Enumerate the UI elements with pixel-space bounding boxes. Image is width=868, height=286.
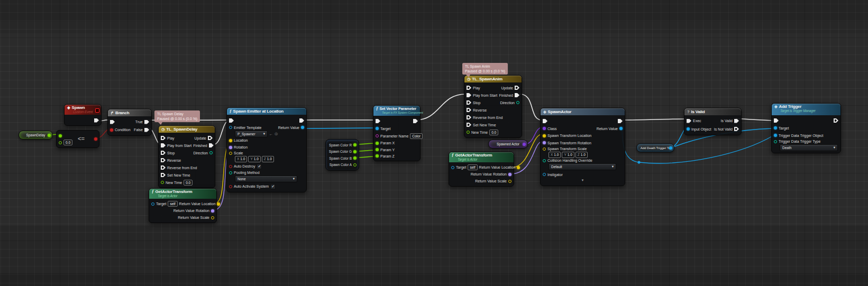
- exec-in-pin[interactable]: [376, 119, 380, 123]
- expand-node-caret[interactable]: ▼: [541, 179, 625, 182]
- param-z-pin[interactable]: [376, 154, 379, 158]
- color-a-out-pin[interactable]: [353, 163, 357, 167]
- auto-destroy-pin[interactable]: [229, 165, 232, 168]
- spawn-location-pin[interactable]: [543, 134, 546, 137]
- exec-in-pin[interactable]: [774, 118, 779, 123]
- var-spawned-actor[interactable]: Spawned Actor: [488, 140, 528, 149]
- blueprint-graph-canvas[interactable]: ◈ Spawn Custom Event SpawnDelay 0.0 <= ↱…: [0, 0, 868, 286]
- exec-in-pin[interactable]: [229, 118, 234, 123]
- rotation-in-pin[interactable]: [229, 146, 232, 149]
- exec-in-playfromstart-pin[interactable]: [161, 143, 166, 147]
- newtime-in-pin[interactable]: [161, 181, 164, 184]
- pooling-method-pin[interactable]: [229, 171, 232, 174]
- color-r-out-pin[interactable]: [353, 143, 357, 146]
- parameter-name-box[interactable]: Color: [410, 133, 423, 139]
- condition-pin[interactable]: [110, 128, 113, 132]
- trigger-type-pin[interactable]: [774, 140, 777, 143]
- node-spawn-event[interactable]: ◈ Spawn Custom Event: [64, 104, 102, 126]
- value-box[interactable]: 0.0: [489, 130, 498, 135]
- color-b-out-pin[interactable]: [353, 156, 357, 160]
- target-in-pin[interactable]: [376, 127, 379, 130]
- exec-in-pin[interactable]: [110, 120, 115, 124]
- float-in-pin-b[interactable]: [59, 141, 62, 144]
- bool-out-pin[interactable]: [94, 137, 97, 141]
- exec-out-finished-pin[interactable]: [515, 93, 519, 97]
- scale-y-field[interactable]: Y1.0: [248, 156, 260, 162]
- trigger-type-dropdown[interactable]: Death▾: [780, 144, 838, 151]
- parameter-name-pin[interactable]: [376, 134, 379, 137]
- exec-out-pin[interactable]: [413, 119, 418, 123]
- emitter-template-dropdown[interactable]: P_Spawner▾: [235, 131, 268, 137]
- collision-override-dropdown[interactable]: Default▾: [549, 163, 616, 170]
- scale-out-pin[interactable]: [508, 180, 511, 183]
- rotation-out-pin[interactable]: [508, 173, 511, 176]
- target-in-pin[interactable]: [774, 126, 777, 130]
- spawn-rotation-pin[interactable]: [543, 141, 546, 144]
- scale-out-pin[interactable]: [211, 216, 214, 219]
- exec-in-setnewtime-pin[interactable]: [161, 173, 166, 177]
- color-g-out-pin[interactable]: [353, 150, 357, 153]
- scale-in-pin[interactable]: [229, 152, 232, 155]
- scale-x-field[interactable]: X1.0: [235, 156, 247, 162]
- location-in-pin[interactable]: [229, 139, 232, 142]
- param-y-pin[interactable]: [376, 148, 379, 151]
- auto-activate-pin[interactable]: [229, 185, 232, 188]
- direction-out-pin[interactable]: [516, 101, 519, 104]
- exec-out-finished-pin[interactable]: [209, 143, 214, 147]
- exec-out-isvalid-pin[interactable]: [734, 119, 739, 123]
- exec-in-reversefromend-pin[interactable]: [467, 115, 471, 119]
- exec-in-play-pin[interactable]: [161, 136, 166, 140]
- exec-in-stop-pin[interactable]: [467, 100, 471, 105]
- exec-out-update-pin[interactable]: [208, 136, 213, 140]
- use-selected-icon[interactable]: ←: [269, 132, 273, 136]
- param-x-pin[interactable]: [376, 142, 379, 145]
- float-out-pin[interactable]: [48, 134, 51, 137]
- direction-out-pin[interactable]: [209, 151, 213, 154]
- node-less-equal[interactable]: 0.0 <=: [56, 130, 99, 148]
- exec-out-true-pin[interactable]: [144, 120, 149, 124]
- scale-x-field[interactable]: X1.0: [549, 152, 561, 158]
- auto-activate-checkbox[interactable]: ✓: [270, 184, 276, 189]
- node-add-trigger[interactable]: ◈ Add Trigger Target is Trigger Manager …: [771, 103, 841, 153]
- exec-out-update-pin[interactable]: [515, 86, 519, 90]
- newtime-in-pin[interactable]: [467, 131, 470, 134]
- node-is-valid[interactable]: ? Is Valid Exec Is Valid Input Object Is…: [684, 108, 742, 135]
- object-out-pin[interactable]: [669, 146, 672, 150]
- input-object-pin[interactable]: [687, 127, 690, 131]
- exec-in-pin[interactable]: [687, 119, 691, 123]
- exec-out-false-pin[interactable]: [144, 128, 149, 132]
- node-spawn-emitter[interactable]: ƒ Spawn Emitter at Location Emitter Temp…: [226, 107, 307, 192]
- target-in-pin[interactable]: [451, 166, 454, 169]
- scale-y-field[interactable]: Y1.0: [562, 152, 574, 158]
- auto-destroy-checkbox[interactable]: ✓: [257, 164, 262, 169]
- exec-out-pin[interactable]: [94, 118, 99, 123]
- node-getactortransform-right[interactable]: ƒ GetActorTransform Target is Actor Targ…: [449, 152, 514, 187]
- exec-out-isnotvalid-pin[interactable]: [734, 127, 739, 131]
- exec-in-reversefromend-pin[interactable]: [161, 165, 166, 170]
- return-value-pin[interactable]: [301, 126, 304, 129]
- exec-in-setnewtime-pin[interactable]: [467, 123, 471, 127]
- emitter-template-pin[interactable]: [229, 126, 232, 129]
- value-box[interactable]: 0.0: [184, 180, 193, 186]
- node-spawn-color-group[interactable]: Spawn Color R Spawn Color G Spawn Color …: [325, 139, 359, 171]
- node-branch[interactable]: ↱ Branch True Condition False: [107, 109, 152, 136]
- rotation-out-pin[interactable]: [211, 209, 214, 213]
- node-set-vector-parameter[interactable]: ƒ Set Vector Parameter Target is FX Syst…: [373, 105, 421, 161]
- exec-in-reverse-pin[interactable]: [467, 108, 471, 112]
- location-out-pin[interactable]: [217, 202, 220, 206]
- collision-override-pin[interactable]: [543, 159, 546, 162]
- pooling-method-dropdown[interactable]: None▾: [235, 176, 297, 182]
- float-in-pin-a[interactable]: [59, 134, 62, 137]
- delegate-pin[interactable]: [95, 108, 99, 113]
- target-in-pin[interactable]: [151, 202, 154, 206]
- return-value-pin[interactable]: [619, 127, 623, 130]
- node-tl-spawnanim[interactable]: ◷ TL_SpawnAnim Play Update Play from Sta…: [464, 75, 522, 138]
- node-tl-spawndelay[interactable]: ◷ TL_SpawnDelay Play Update Play from St…: [158, 125, 215, 188]
- instigator-pin[interactable]: [543, 173, 546, 176]
- exec-in-play-pin[interactable]: [467, 86, 471, 90]
- exec-in-stop-pin[interactable]: [161, 151, 166, 155]
- self-box[interactable]: self: [468, 164, 477, 170]
- trigger-object-pin[interactable]: [774, 134, 777, 137]
- self-box[interactable]: self: [168, 201, 177, 207]
- object-out-pin[interactable]: [523, 143, 526, 146]
